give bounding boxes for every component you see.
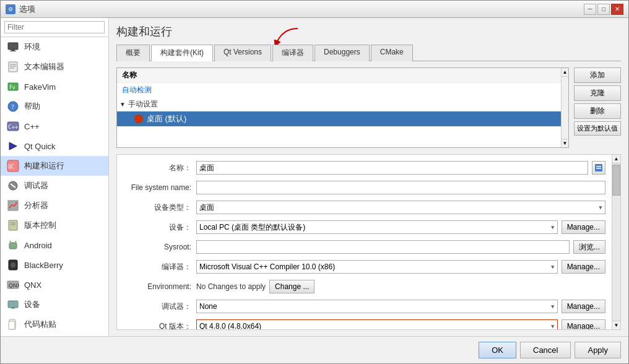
sidebar-container: 环境文本编辑器FvFakeVim?帮助C++C++Qt QuickQC构建和运行… xyxy=(1,37,108,336)
sidebar-item-5[interactable]: Qt Quick xyxy=(1,136,108,156)
minimize-button[interactable]: ─ xyxy=(584,4,596,15)
set-default-button[interactable]: 设置为默认值 xyxy=(574,121,621,136)
ok-button[interactable]: OK xyxy=(479,342,516,358)
main-content: 构建和运行 概要构建套件(Kit)Qt Versions编译器Debuggers… xyxy=(109,18,628,336)
apply-button[interactable]: Apply xyxy=(575,342,621,358)
scroll-track xyxy=(562,77,568,139)
sidebar-item-14[interactable]: 代码粘贴 xyxy=(1,314,108,334)
sidebar-item-12[interactable]: QNXQNX xyxy=(1,275,108,295)
delete-button[interactable]: 删除 xyxy=(574,103,621,119)
sidebar-label-11: BlackBerry xyxy=(24,261,63,270)
tab-3[interactable]: 编译器 xyxy=(272,45,313,61)
sidebar-icon-14 xyxy=(7,318,19,331)
title-bar: ⚙ 选项 ─ □ ✕ xyxy=(1,1,628,18)
title-bar-left: ⚙ 选项 xyxy=(6,4,35,15)
sidebar-item-2[interactable]: FvFakeVim xyxy=(1,77,108,97)
sidebar-item-7[interactable]: 调试器 xyxy=(1,176,108,196)
form-row-7: 调试器：None▼Manage... xyxy=(122,298,605,314)
sidebar-label-1: 文本编辑器 xyxy=(24,61,64,72)
form-input-4[interactable] xyxy=(196,240,570,254)
add-button[interactable]: 添加 xyxy=(574,67,621,83)
sidebar-label-12: QNX xyxy=(24,280,41,290)
kit-item-desktop[interactable]: 桌面 (默认) xyxy=(117,111,568,126)
form-input-1[interactable] xyxy=(196,181,605,194)
sidebar-item-3[interactable]: ?帮助 xyxy=(1,97,108,116)
sidebar-icon-5 xyxy=(7,140,19,152)
form-label-5: 编译器： xyxy=(122,262,196,272)
app-icon: ⚙ xyxy=(6,4,15,14)
sidebar-label-5: Qt Quick xyxy=(24,142,56,151)
svg-rect-32 xyxy=(8,301,18,308)
manual-header[interactable]: ▼ 手动设置 xyxy=(117,97,568,111)
form-scroll-down[interactable]: ▼ xyxy=(612,321,620,329)
svg-text:?: ? xyxy=(11,103,14,110)
auto-detect-header[interactable]: 自动检测 xyxy=(117,83,568,97)
sidebar-item-6[interactable]: QC构建和运行 xyxy=(1,156,108,176)
sidebar-item-11[interactable]: BlackBerry xyxy=(1,255,108,275)
sidebar-icon-6: QC xyxy=(7,160,19,172)
select-wrapper-7: None▼ xyxy=(196,300,558,313)
form-input-0[interactable] xyxy=(196,161,588,175)
clone-button[interactable]: 克隆 xyxy=(574,85,621,101)
sidebar-label-8: 分析器 xyxy=(24,200,48,211)
form-scroll-track xyxy=(612,163,620,321)
tab-2[interactable]: Qt Versions xyxy=(214,45,271,61)
form-control-5: Microsoft Visual C++ Compiler 10.0 (x86)… xyxy=(196,260,605,274)
manage-btn-5[interactable]: Manage... xyxy=(562,260,605,274)
sidebar-item-0[interactable]: 环境 xyxy=(1,37,108,57)
sidebar-item-13[interactable]: 设备 xyxy=(1,295,108,314)
kit-column-header: 名称 xyxy=(117,68,568,83)
manage-btn-7[interactable]: Manage... xyxy=(562,300,605,313)
form-label-1: File system name: xyxy=(122,183,196,192)
tab-4[interactable]: Debuggers xyxy=(314,45,370,61)
tab-1[interactable]: 构建套件(Kit) xyxy=(151,45,213,61)
sidebar-item-8[interactable]: 分析器 xyxy=(1,196,108,215)
form-control-3: Local PC (桌面 类型的默认设备)▼Manage... xyxy=(196,220,605,234)
select-3[interactable]: Local PC (桌面 类型的默认设备) xyxy=(196,220,558,234)
maximize-button[interactable]: □ xyxy=(597,4,610,15)
filter-input[interactable] xyxy=(4,21,105,33)
svg-rect-38 xyxy=(596,168,601,169)
form-label-0: 名称： xyxy=(122,163,196,173)
kit-list-area: 名称 自动检测 ▼ 手动设置 桌面 (默认) ▲ ▼ xyxy=(116,67,569,148)
icon-btn-0[interactable] xyxy=(592,161,605,175)
select-5[interactable]: Microsoft Visual C++ Compiler 10.0 (x86) xyxy=(196,260,558,274)
select-7[interactable]: None xyxy=(196,300,558,313)
tab-5[interactable]: CMake xyxy=(371,45,413,61)
form-label-7: 调试器： xyxy=(122,301,196,312)
manage-btn-8[interactable]: Manage... xyxy=(562,319,605,329)
form-label-3: 设备： xyxy=(122,222,196,233)
tab-0[interactable]: 概要 xyxy=(116,45,150,61)
form-label-4: Sysroot: xyxy=(122,243,196,251)
sidebar-item-1[interactable]: 文本编辑器 xyxy=(1,57,108,77)
manage-btn-3[interactable]: Manage... xyxy=(562,220,605,234)
svg-line-27 xyxy=(15,241,16,242)
sidebar-filter-area xyxy=(1,18,108,37)
kit-item-label: 桌面 (默认) xyxy=(147,113,186,124)
form-scroll-up[interactable]: ▲ xyxy=(612,155,620,163)
close-button[interactable]: ✕ xyxy=(611,4,623,15)
form-row-8: Qt 版本：Qt 4.8.0 (4.8.0x64)▼Manage... xyxy=(122,318,605,329)
sidebar-item-9[interactable]: 版本控制 xyxy=(1,215,108,235)
form-control-4: 浏览... xyxy=(196,240,605,254)
tabs-container: 概要构建套件(Kit)Qt Versions编译器DebuggersCMake xyxy=(116,44,414,61)
svg-text:QC: QC xyxy=(8,164,14,170)
title-controls: ─ □ ✕ xyxy=(584,4,623,15)
manage-btn-4[interactable]: 浏览... xyxy=(573,240,605,254)
manage-btn-6[interactable]: Change ... xyxy=(269,280,314,293)
form-control-2: 桌面▼ xyxy=(196,201,605,214)
sidebar-item-10[interactable]: Android xyxy=(1,235,108,255)
svg-text:Fv: Fv xyxy=(9,85,15,90)
form-section: 名称：File system name:设备类型：桌面▼设备：Local PC … xyxy=(116,154,621,330)
svg-rect-2 xyxy=(10,51,16,51)
scroll-up-arrow[interactable]: ▲ xyxy=(562,68,568,77)
select-8[interactable]: Qt 4.8.0 (4.8.0x64) xyxy=(196,319,558,329)
sidebar-icon-11 xyxy=(7,259,19,271)
sidebar-icon-13 xyxy=(7,298,19,311)
select-2[interactable]: 桌面 xyxy=(196,201,605,214)
scroll-down-arrow[interactable]: ▼ xyxy=(562,139,568,147)
svg-rect-0 xyxy=(8,43,18,50)
sidebar-list: 环境文本编辑器FvFakeVim?帮助C++C++Qt QuickQC构建和运行… xyxy=(1,37,108,336)
sidebar-item-4[interactable]: C++C++ xyxy=(1,116,108,136)
cancel-button[interactable]: Cancel xyxy=(520,342,571,358)
